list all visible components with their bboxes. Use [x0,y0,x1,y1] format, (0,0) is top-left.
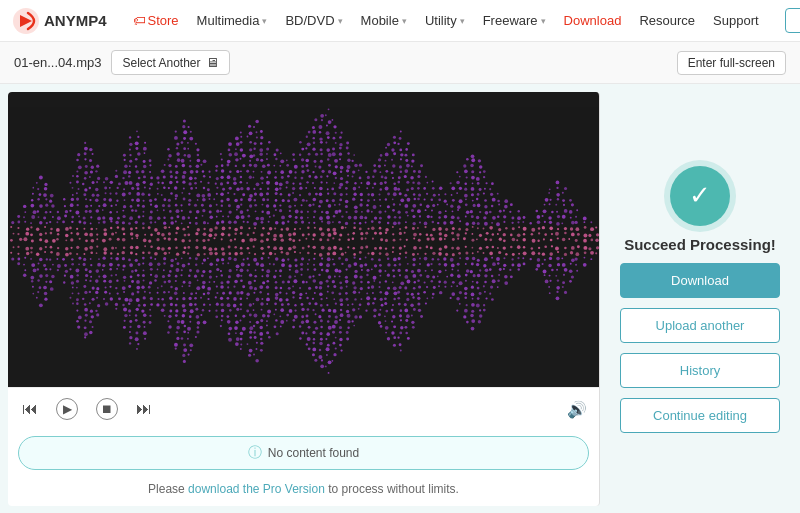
fullscreen-button[interactable]: Enter full-screen [677,51,786,75]
svg-rect-241 [92,287,95,290]
svg-rect-253 [89,320,92,323]
svg-rect-1219 [288,264,291,267]
svg-rect-1158 [273,204,276,207]
svg-rect-747 [196,286,200,290]
svg-rect-83 [45,204,48,207]
svg-rect-646 [175,347,177,349]
svg-rect-1306 [305,238,307,240]
svg-rect-1722 [378,194,380,196]
svg-rect-1538 [340,193,343,196]
svg-rect-1212 [288,233,292,237]
svg-rect-1110 [260,130,263,133]
svg-rect-60 [39,204,43,208]
stop-button[interactable]: ⏹ [94,396,120,422]
svg-rect-1032 [253,246,255,248]
svg-rect-1144 [266,331,269,334]
svg-rect-1166 [275,182,279,186]
svg-rect-455 [135,141,139,145]
continue-editing-button[interactable]: Continue editing [620,398,780,433]
svg-rect-1035 [253,222,257,226]
download-button[interactable]: Download [620,263,780,298]
svg-rect-1195 [280,193,283,196]
svg-rect-1266 [294,315,298,319]
svg-rect-2152 [479,309,481,311]
svg-rect-2295 [543,209,547,213]
svg-rect-1288 [299,187,302,190]
skip-back-button[interactable]: ⏮ [20,398,40,420]
svg-rect-7 [11,257,14,260]
nav-item-freeware[interactable]: Freeware ▾ [475,9,554,32]
svg-rect-1863 [407,280,411,284]
upload-another-button[interactable]: Upload another [620,308,780,343]
nav-item-store[interactable]: 🏷 Store [125,9,187,32]
svg-rect-10 [17,246,19,248]
svg-rect-172 [76,198,79,201]
svg-rect-2074 [465,257,469,261]
svg-rect-2213 [499,268,502,271]
svg-rect-1001 [249,274,252,277]
svg-rect-492 [143,147,147,151]
svg-rect-1930 [418,193,421,196]
svg-rect-1952 [425,270,427,272]
svg-rect-1587 [347,165,351,169]
svg-rect-2255 [517,216,521,220]
svg-rect-226 [89,233,93,237]
svg-rect-2012 [444,215,448,219]
svg-rect-1648 [360,298,362,300]
select-another-button[interactable]: Select Another 🖥 [111,50,229,75]
nav-item-multimedia[interactable]: Multimedia ▾ [189,9,276,32]
svg-rect-1508 [334,320,338,324]
svg-rect-689 [183,360,186,363]
svg-rect-1561 [340,349,342,351]
svg-rect-1555 [339,331,342,334]
svg-rect-1359 [313,279,317,283]
svg-rect-1623 [354,315,357,318]
svg-rect-1784 [393,203,395,205]
svg-rect-1020 [249,148,252,151]
svg-rect-464 [142,227,144,229]
svg-rect-2289 [542,226,545,229]
svg-rect-1339 [307,142,311,146]
login-button[interactable]: Login [785,8,800,33]
svg-rect-2302 [551,233,553,235]
svg-rect-1248 [295,264,298,267]
svg-rect-1536 [339,199,342,202]
svg-rect-1869 [406,298,409,301]
svg-rect-1941 [420,315,423,318]
svg-rect-2084 [464,287,468,291]
svg-rect-904 [226,315,229,318]
nav-item-resource[interactable]: Resource [631,9,703,32]
nav-item-mobile[interactable]: Mobile ▾ [353,9,415,32]
nav-item-download[interactable]: Download [556,9,630,32]
svg-rect-867 [220,297,223,300]
svg-rect-1220 [289,210,291,212]
svg-rect-301 [105,287,107,289]
nav-item-support[interactable]: Support [705,9,767,32]
svg-rect-824 [214,252,217,255]
svg-rect-387 [130,246,134,250]
pro-version-link[interactable]: download the Pro Version [188,482,325,496]
svg-rect-919 [234,258,237,261]
nav-item-utility[interactable]: Utility ▾ [417,9,473,32]
svg-rect-966 [242,285,245,288]
logo[interactable]: ANYMP4 [12,7,107,35]
svg-rect-2376 [577,233,580,236]
play-button[interactable]: ▶ [54,396,80,422]
svg-rect-1197 [279,187,281,189]
svg-rect-259 [96,233,98,235]
skip-forward-button[interactable]: ⏭ [134,398,154,420]
svg-rect-402 [131,187,134,190]
nav-item-bddvd[interactable]: BD/DVD ▾ [277,9,350,32]
svg-rect-1590 [347,320,350,323]
svg-rect-795 [207,239,209,241]
svg-rect-951 [240,232,243,235]
svg-rect-1455 [326,304,328,306]
svg-rect-467 [142,257,145,260]
svg-rect-2323 [557,228,559,230]
svg-rect-640 [176,331,178,333]
svg-rect-1034 [254,253,256,255]
svg-rect-1916 [419,233,422,236]
svg-rect-1480 [332,237,334,239]
svg-rect-765 [195,336,197,338]
history-button[interactable]: History [620,353,780,388]
